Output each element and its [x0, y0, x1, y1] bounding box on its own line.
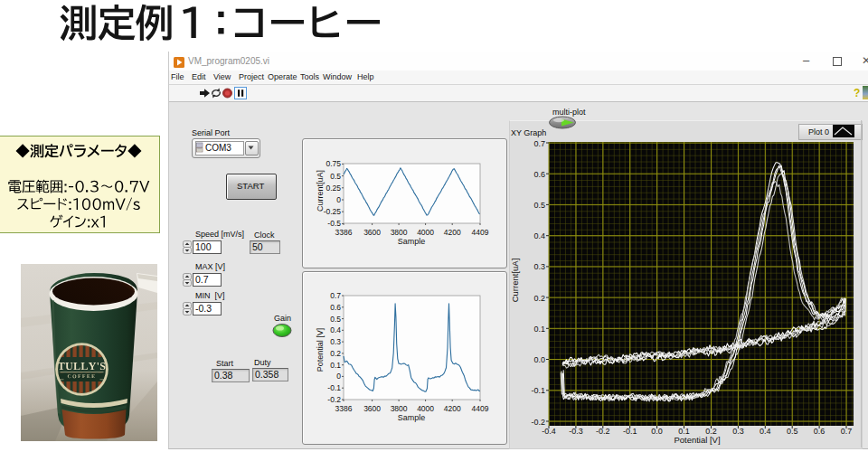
- svg-text:4200: 4200: [444, 404, 461, 413]
- svg-text:3386: 3386: [335, 228, 353, 237]
- svg-text:-0.5: -0.5: [327, 219, 341, 228]
- svg-text:Sample: Sample: [398, 413, 426, 422]
- svg-text:3600: 3600: [363, 228, 381, 237]
- svg-text:0.7: 0.7: [533, 139, 545, 148]
- svg-text:0.2: 0.2: [330, 349, 341, 358]
- svg-text:3800: 3800: [391, 404, 408, 413]
- svg-text:Potential [V]: Potential [V]: [674, 435, 720, 445]
- svg-text:0: 0: [336, 372, 341, 381]
- svg-text:0.1: 0.1: [330, 361, 341, 370]
- svg-text:Current[uA]: Current[uA]: [510, 259, 520, 303]
- svg-text:0.5: 0.5: [533, 201, 545, 210]
- svg-text:4409: 4409: [472, 404, 489, 413]
- svg-text:0.0: 0.0: [533, 355, 545, 364]
- svg-text:-0.2: -0.2: [531, 418, 545, 427]
- svg-text:4000: 4000: [417, 228, 434, 237]
- svg-text:0.3: 0.3: [330, 337, 341, 346]
- svg-text:0.6: 0.6: [330, 303, 341, 312]
- svg-text:3800: 3800: [391, 228, 408, 237]
- svg-text:0.4: 0.4: [330, 325, 341, 334]
- svg-text:4000: 4000: [417, 404, 434, 413]
- svg-text:Current[uA]: Current[uA]: [316, 170, 325, 212]
- svg-text:Potential [V]: Potential [V]: [316, 328, 325, 372]
- svg-text:-0.1: -0.1: [531, 386, 545, 395]
- svg-text:0.7: 0.7: [330, 291, 341, 300]
- svg-text:0.25: 0.25: [326, 184, 341, 193]
- svg-text:0.6: 0.6: [533, 170, 545, 179]
- svg-text:0.4: 0.4: [533, 231, 545, 240]
- svg-text:3386: 3386: [335, 404, 353, 413]
- svg-text:Sample: Sample: [398, 237, 426, 246]
- svg-text:-0.1: -0.1: [327, 383, 341, 392]
- svg-text:0.2: 0.2: [533, 294, 545, 303]
- svg-text:0.75: 0.75: [326, 159, 341, 168]
- svg-text:-0.25: -0.25: [324, 207, 342, 216]
- svg-text:0.5: 0.5: [330, 315, 341, 324]
- svg-text:3600: 3600: [363, 404, 381, 413]
- svg-text:-0.2: -0.2: [327, 395, 341, 404]
- svg-text:0.5: 0.5: [330, 172, 341, 181]
- svg-text:4409: 4409: [472, 228, 489, 237]
- svg-text:0.1: 0.1: [533, 325, 545, 334]
- svg-text:4200: 4200: [444, 228, 461, 237]
- svg-text:0: 0: [336, 195, 341, 204]
- svg-text:0.3: 0.3: [533, 262, 545, 271]
